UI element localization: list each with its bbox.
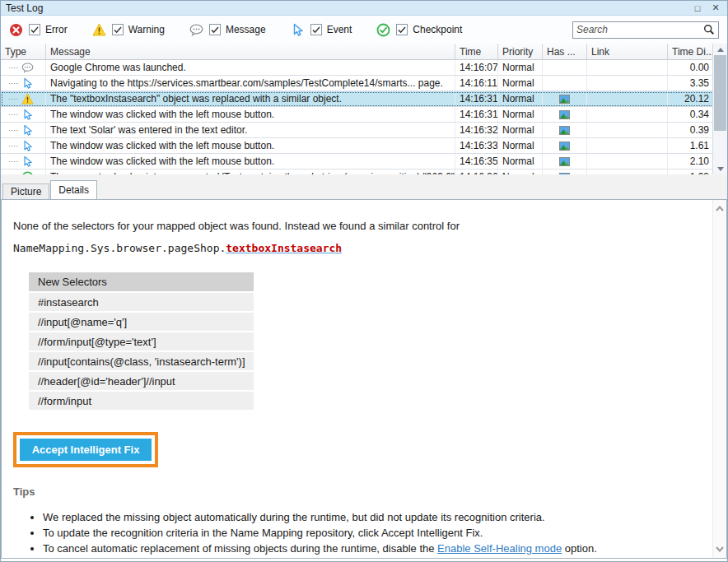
row-link-cell [587,123,668,137]
row-time-diff-cell: 1.61 [668,138,714,153]
table-row[interactable]: The window was clicked with the left mou… [1,107,714,123]
search-input[interactable] [576,24,703,35]
error-filter-group: Error [9,23,68,37]
column-header[interactable]: Priority [498,44,543,59]
row-type-cell [1,138,46,153]
table-row[interactable]: The text 'Solar' was entered in the text… [1,123,714,138]
tip-item: To cancel automatic replacement of missi… [43,541,704,556]
row-type-cell [1,76,46,91]
column-header[interactable]: Message [46,44,455,59]
tip-text: To update the recognition criteria in th… [43,527,483,539]
column-header[interactable]: Link [587,44,668,59]
panel-splitter[interactable] [1,174,727,181]
picture-thumbnail-icon [559,110,570,119]
tip-text: option. [562,542,597,555]
table-row[interactable]: The window was clicked with the left mou… [1,154,714,170]
checkpoint-filter-checkbox[interactable] [396,24,408,35]
scroll-up-icon[interactable] [713,44,727,55]
tab-details[interactable]: Details [50,180,97,199]
accept-intelligent-fix-button[interactable]: Accept Intelligent Fix [20,439,152,461]
details-vertical-scrollbar[interactable] [712,200,726,558]
tab-picture[interactable]: Picture [2,183,49,199]
row-time-diff-cell: 20.12 [668,91,714,106]
title-bar: Test Log □ ✕ [1,1,727,16]
row-has-picture-cell [543,60,587,75]
column-header[interactable]: Time [455,44,498,59]
scroll-down-icon[interactable] [714,543,726,555]
tip-link[interactable]: Enable Self-Healing mode [437,542,562,555]
row-priority-cell: Normal [498,91,543,106]
tips-heading: Tips [13,485,704,498]
test-log-window: Test Log □ ✕ Error Warning [0,0,728,562]
row-time-cell: 14:16:32 [455,123,498,137]
row-type-cell [1,154,46,169]
error-icon [9,23,23,37]
picture-thumbnail-icon [559,126,570,135]
row-type-cell [1,123,46,137]
row-time-diff-cell: 0.39 [668,123,714,137]
message-filter-checkbox[interactable] [209,24,221,35]
event-cursor-icon [21,77,34,90]
message-icon [189,23,203,37]
log-table-header: Type Message Time Priority Has ... Link … [1,44,714,60]
row-time-cell: 14:16:33 [455,138,498,153]
mapping-object-link[interactable]: textboxInstasearch [226,242,342,254]
row-priority-cell: Normal [498,60,543,75]
row-message-cell: The window was clicked with the left mou… [46,138,455,153]
table-row[interactable]: The window was clicked with the left mou… [1,138,714,154]
row-link-cell [587,60,668,75]
error-filter-checkbox[interactable] [29,24,40,35]
column-header[interactable]: Type [1,44,46,59]
row-time-diff-cell: 0.34 [668,107,714,122]
log-vertical-scrollbar[interactable] [712,44,727,174]
tips-list: We replaced the missing object automatic… [43,509,704,559]
row-time-diff-cell: 0.00 [668,60,714,75]
row-has-picture-cell [543,107,587,122]
tip-text: We replaced the missing object automatic… [43,511,545,523]
scrollbar-thumb[interactable] [714,55,726,131]
row-link-cell [587,138,668,153]
details-tab-bar: Picture Details [1,181,727,199]
row-time-cell: 14:16:35 [455,154,498,169]
row-time-cell: 14:16:07 [455,60,498,75]
row-priority-cell: Normal [498,123,543,137]
accept-fix-highlight: Accept Intelligent Fix [13,432,158,467]
warning-icon [21,92,34,105]
filter-toolbar: Error Warning Message [1,16,727,44]
restore-window-icon[interactable]: □ [691,2,704,14]
message-filter-label: Message [226,24,266,35]
search-icon [703,24,715,35]
selector-row: //form/input [29,392,254,410]
column-header[interactable]: Time Di... [668,44,714,59]
tip-link[interactable]: Learn more [43,558,97,559]
row-message-cell: Google Chrome was launched. [46,60,455,75]
table-row[interactable]: The "textboxInstasearch" object was repl… [1,91,714,107]
row-link-cell [587,91,668,106]
details-intro-text: None of the selectors for your mapped ob… [13,220,704,232]
scroll-up-icon[interactable] [714,203,726,215]
event-cursor-icon [21,155,34,168]
row-priority-cell: Normal [498,138,543,153]
close-window-icon[interactable]: ✕ [709,2,722,14]
warning-filter-group: Warning [92,23,165,37]
window-title: Test Log [6,2,686,14]
tip-item: To update the recognition criteria in th… [43,525,704,541]
event-filter-checkbox[interactable] [310,24,322,35]
row-link-cell [587,76,668,91]
checkpoint-filter-label: Checkpoint [413,24,462,35]
event-cursor-icon [291,23,305,37]
table-row[interactable]: Navigating to the https://services.smart… [1,76,714,91]
new-selectors-table: New Selectors #instasearch //input[@name… [29,272,254,410]
row-time-cell: 14:16:31 [455,107,498,122]
row-has-picture-cell [543,154,587,169]
row-has-picture-cell [543,123,587,137]
mapping-prefix: NameMapping.Sys.browser.pageShop. [13,242,226,254]
selector-row: //input[@name='q'] [29,313,254,331]
table-row[interactable]: Google Chrome was launched. 14:16:07 Nor… [1,60,714,76]
warning-filter-checkbox[interactable] [112,24,124,35]
row-priority-cell: Normal [498,76,543,91]
column-header[interactable]: Has ... [543,44,587,59]
row-type-cell [1,107,46,122]
checkpoint-icon [376,23,390,37]
scroll-down-icon[interactable] [713,163,727,174]
